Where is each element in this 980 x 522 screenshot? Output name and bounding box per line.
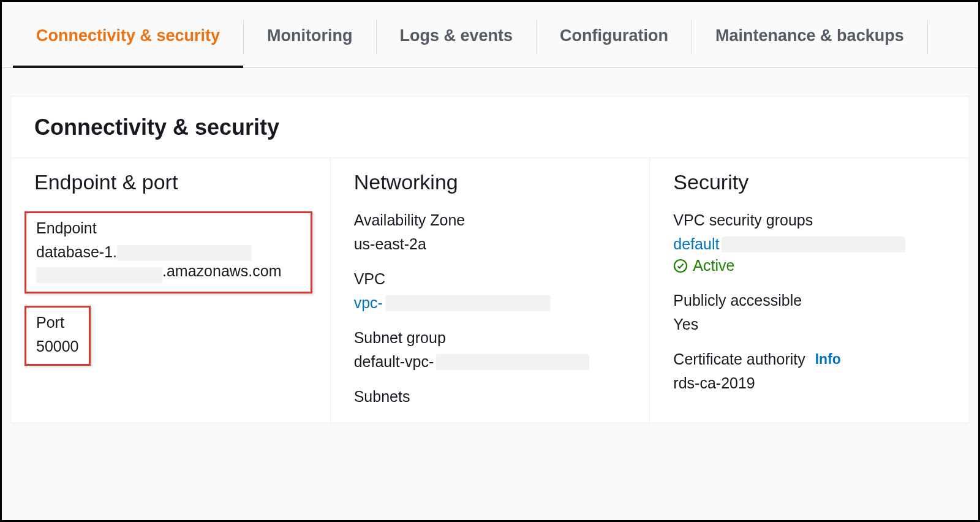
cert-authority-value: rds-ca-2019	[673, 374, 946, 392]
vpc-label: VPC	[354, 270, 627, 288]
publicly-accessible-value: Yes	[673, 316, 946, 333]
az-label: Availability Zone	[354, 211, 627, 229]
port-label: Port	[36, 314, 79, 331]
redacted-block	[722, 236, 905, 252]
tab-label: Connectivity & security	[36, 26, 220, 45]
svg-point-0	[674, 260, 687, 272]
endpoint-suffix: .amazonaws.com	[162, 262, 282, 279]
vpc-sg-label: VPC security groups	[673, 211, 946, 229]
subnet-group-value: default-vpc-	[354, 353, 627, 371]
viewport: Connectivity & security Monitoring Logs …	[0, 0, 980, 522]
redacted-block	[385, 295, 551, 311]
highlight-endpoint: Endpoint database-1. .amazonaws.com	[24, 211, 312, 293]
tab-configuration[interactable]: Configuration	[537, 14, 692, 67]
subnet-group-label: Subnet group	[354, 329, 627, 347]
cert-authority-label-row: Certificate authority Info	[673, 350, 946, 368]
panel-body: Endpoint & port Endpoint database-1. .am…	[11, 158, 969, 423]
column-security: Security VPC security groups default Act…	[650, 158, 969, 423]
publicly-accessible-label: Publicly accessible	[673, 292, 946, 309]
tab-logs-events[interactable]: Logs & events	[377, 14, 537, 67]
panel-connectivity-security: Connectivity & security Endpoint & port …	[10, 96, 970, 423]
vpc-sg-status: Active	[673, 257, 946, 274]
block-availability-zone: Availability Zone us-east-2a	[354, 211, 627, 253]
cert-authority-label: Certificate authority	[673, 350, 805, 368]
vpc-sg-value: default	[673, 235, 946, 253]
redacted-block	[117, 245, 252, 261]
panel-header: Connectivity & security	[11, 96, 969, 158]
tab-label: Maintenance & backups	[715, 26, 904, 45]
subnets-label: Subnets	[354, 388, 627, 406]
endpoint-prefix: database-1.	[36, 243, 117, 260]
panel-title: Connectivity & security	[34, 115, 946, 140]
tab-monitoring[interactable]: Monitoring	[244, 14, 375, 67]
highlight-port: Port 50000	[24, 306, 91, 366]
block-vpc-security-groups: VPC security groups default Active	[673, 211, 946, 274]
az-value: us-east-2a	[354, 235, 627, 253]
block-subnet-group: Subnet group default-vpc-	[354, 329, 627, 371]
block-certificate-authority: Certificate authority Info rds-ca-2019	[673, 350, 946, 392]
check-circle-icon	[673, 259, 688, 273]
vpc-value: vpc-	[354, 294, 627, 312]
endpoint-value: database-1. .amazonaws.com	[36, 243, 301, 283]
vpc-sg-link[interactable]: default	[673, 235, 719, 253]
cert-authority-info-link[interactable]: Info	[815, 351, 841, 368]
tab-label: Configuration	[560, 26, 668, 45]
section-title-security: Security	[673, 170, 946, 194]
port-value: 50000	[36, 338, 79, 355]
redacted-block	[436, 354, 589, 370]
endpoint-label: Endpoint	[36, 219, 301, 237]
block-subnets: Subnets	[354, 388, 627, 406]
tab-label: Monitoring	[267, 26, 352, 45]
tab-label: Logs & events	[400, 26, 513, 45]
redacted-block	[36, 267, 162, 283]
section-title-endpoint-port: Endpoint & port	[34, 170, 307, 194]
status-text: Active	[693, 257, 734, 274]
subnet-group-prefix: default-vpc-	[354, 353, 434, 371]
block-vpc: VPC vpc-	[354, 270, 627, 312]
column-networking: Networking Availability Zone us-east-2a …	[331, 158, 650, 423]
section-title-networking: Networking	[354, 170, 627, 194]
tab-separator	[927, 20, 928, 55]
column-endpoint-port: Endpoint & port Endpoint database-1. .am…	[11, 158, 331, 423]
tab-maintenance-backups[interactable]: Maintenance & backups	[692, 14, 927, 67]
block-publicly-accessible: Publicly accessible Yes	[673, 292, 946, 333]
vpc-link[interactable]: vpc-	[354, 294, 383, 312]
tab-connectivity-security[interactable]: Connectivity & security	[13, 14, 243, 67]
tab-bar: Connectivity & security Monitoring Logs …	[2, 2, 978, 68]
